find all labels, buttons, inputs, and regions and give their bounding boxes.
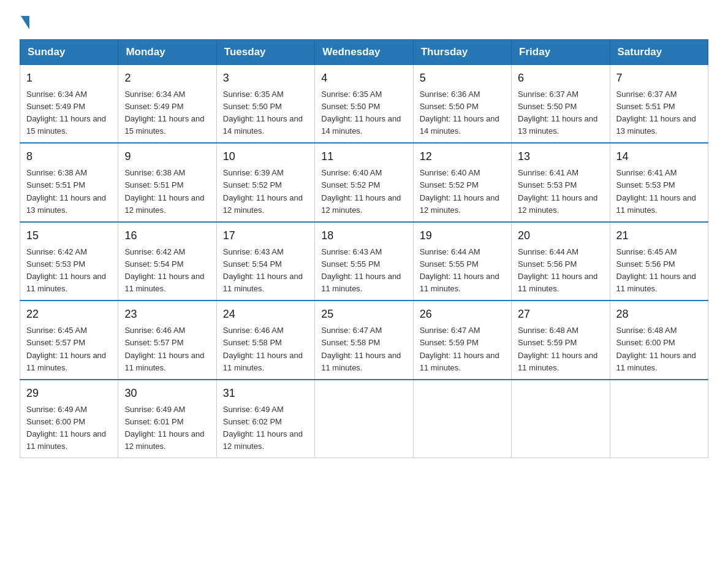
day-number: 18 <box>321 228 406 245</box>
day-info: Sunrise: 6:35 AMSunset: 5:50 PMDaylight:… <box>223 88 308 138</box>
calendar-cell: 22Sunrise: 6:45 AMSunset: 5:57 PMDayligh… <box>20 301 118 379</box>
day-number: 3 <box>223 70 308 87</box>
header-row: Sunday Monday Tuesday Wednesday Thursday… <box>20 40 708 65</box>
calendar-cell: 26Sunrise: 6:47 AMSunset: 5:59 PMDayligh… <box>413 301 511 379</box>
day-number: 26 <box>420 306 505 323</box>
calendar-cell: 15Sunrise: 6:42 AMSunset: 5:53 PMDayligh… <box>20 222 118 301</box>
calendar-cell: 28Sunrise: 6:48 AMSunset: 6:00 PMDayligh… <box>610 301 708 379</box>
col-monday: Monday <box>118 40 216 65</box>
logo <box>20 15 31 28</box>
calendar-cell: 7Sunrise: 6:37 AMSunset: 5:51 PMDaylight… <box>610 65 708 144</box>
week-row-2: 8Sunrise: 6:38 AMSunset: 5:51 PMDaylight… <box>20 143 708 221</box>
col-thursday: Thursday <box>413 40 511 65</box>
day-number: 1 <box>26 70 112 87</box>
calendar-cell: 10Sunrise: 6:39 AMSunset: 5:52 PMDayligh… <box>216 143 314 221</box>
day-number: 25 <box>321 306 406 323</box>
calendar-cell <box>315 380 413 458</box>
day-number: 27 <box>518 306 603 323</box>
day-info: Sunrise: 6:47 AMSunset: 5:58 PMDaylight:… <box>321 324 406 374</box>
col-wednesday: Wednesday <box>315 40 413 65</box>
calendar-cell: 19Sunrise: 6:44 AMSunset: 5:55 PMDayligh… <box>413 222 511 301</box>
day-number: 17 <box>223 228 308 245</box>
calendar-cell: 9Sunrise: 6:38 AMSunset: 5:51 PMDaylight… <box>118 143 216 221</box>
day-number: 9 <box>124 148 210 166</box>
day-info: Sunrise: 6:36 AMSunset: 5:50 PMDaylight:… <box>420 88 505 138</box>
day-number: 21 <box>616 228 702 245</box>
day-info: Sunrise: 6:49 AMSunset: 6:01 PMDaylight:… <box>124 404 210 453</box>
calendar-table: Sunday Monday Tuesday Wednesday Thursday… <box>20 39 708 458</box>
day-info: Sunrise: 6:40 AMSunset: 5:52 PMDaylight:… <box>420 167 505 216</box>
calendar-cell: 13Sunrise: 6:41 AMSunset: 5:53 PMDayligh… <box>512 143 610 221</box>
day-number: 12 <box>420 148 505 166</box>
day-number: 29 <box>26 385 112 402</box>
week-row-5: 29Sunrise: 6:49 AMSunset: 6:00 PMDayligh… <box>20 380 708 458</box>
day-info: Sunrise: 6:45 AMSunset: 5:57 PMDaylight:… <box>26 324 112 374</box>
day-number: 6 <box>518 70 603 87</box>
day-number: 20 <box>518 228 603 245</box>
day-number: 8 <box>26 148 112 166</box>
day-info: Sunrise: 6:38 AMSunset: 5:51 PMDaylight:… <box>26 167 112 216</box>
day-info: Sunrise: 6:34 AMSunset: 5:49 PMDaylight:… <box>26 88 112 138</box>
calendar-cell: 1Sunrise: 6:34 AMSunset: 5:49 PMDaylight… <box>20 65 118 144</box>
day-number: 11 <box>321 148 406 166</box>
day-number: 24 <box>223 306 308 323</box>
col-saturday: Saturday <box>610 40 708 65</box>
calendar-cell: 8Sunrise: 6:38 AMSunset: 5:51 PMDaylight… <box>20 143 118 221</box>
calendar-cell: 12Sunrise: 6:40 AMSunset: 5:52 PMDayligh… <box>413 143 511 221</box>
calendar-cell: 3Sunrise: 6:35 AMSunset: 5:50 PMDaylight… <box>216 65 314 144</box>
day-number: 23 <box>124 306 210 323</box>
day-info: Sunrise: 6:49 AMSunset: 6:02 PMDaylight:… <box>223 404 308 453</box>
calendar-cell: 14Sunrise: 6:41 AMSunset: 5:53 PMDayligh… <box>610 143 708 221</box>
page-header <box>20 15 708 28</box>
day-number: 7 <box>616 70 702 87</box>
day-number: 16 <box>124 228 210 245</box>
day-info: Sunrise: 6:45 AMSunset: 5:56 PMDaylight:… <box>616 246 702 296</box>
calendar-cell: 25Sunrise: 6:47 AMSunset: 5:58 PMDayligh… <box>315 301 413 379</box>
calendar-cell: 2Sunrise: 6:34 AMSunset: 5:49 PMDaylight… <box>118 65 216 144</box>
logo-area <box>20 15 31 28</box>
calendar-cell: 4Sunrise: 6:35 AMSunset: 5:50 PMDaylight… <box>315 65 413 144</box>
calendar-cell: 18Sunrise: 6:43 AMSunset: 5:55 PMDayligh… <box>315 222 413 301</box>
day-number: 22 <box>26 306 112 323</box>
day-number: 4 <box>321 70 406 87</box>
calendar-page: Sunday Monday Tuesday Wednesday Thursday… <box>0 0 728 473</box>
day-info: Sunrise: 6:42 AMSunset: 5:53 PMDaylight:… <box>26 246 112 296</box>
col-sunday: Sunday <box>20 40 118 65</box>
calendar-cell: 30Sunrise: 6:49 AMSunset: 6:01 PMDayligh… <box>118 380 216 458</box>
day-info: Sunrise: 6:34 AMSunset: 5:49 PMDaylight:… <box>124 88 210 138</box>
day-number: 14 <box>616 148 702 166</box>
day-info: Sunrise: 6:40 AMSunset: 5:52 PMDaylight:… <box>321 167 406 216</box>
calendar-cell: 27Sunrise: 6:48 AMSunset: 5:59 PMDayligh… <box>512 301 610 379</box>
calendar-cell: 31Sunrise: 6:49 AMSunset: 6:02 PMDayligh… <box>216 380 314 458</box>
day-number: 15 <box>26 228 112 245</box>
day-info: Sunrise: 6:47 AMSunset: 5:59 PMDaylight:… <box>420 324 505 374</box>
day-info: Sunrise: 6:46 AMSunset: 5:58 PMDaylight:… <box>223 324 308 374</box>
calendar-cell: 21Sunrise: 6:45 AMSunset: 5:56 PMDayligh… <box>610 222 708 301</box>
day-number: 13 <box>518 148 603 166</box>
day-info: Sunrise: 6:43 AMSunset: 5:54 PMDaylight:… <box>223 246 308 296</box>
calendar-cell: 20Sunrise: 6:44 AMSunset: 5:56 PMDayligh… <box>512 222 610 301</box>
day-info: Sunrise: 6:37 AMSunset: 5:51 PMDaylight:… <box>616 88 702 138</box>
day-info: Sunrise: 6:41 AMSunset: 5:53 PMDaylight:… <box>518 167 603 216</box>
day-number: 19 <box>420 228 505 245</box>
calendar-cell: 11Sunrise: 6:40 AMSunset: 5:52 PMDayligh… <box>315 143 413 221</box>
day-info: Sunrise: 6:38 AMSunset: 5:51 PMDaylight:… <box>124 167 210 216</box>
day-info: Sunrise: 6:41 AMSunset: 5:53 PMDaylight:… <box>616 167 702 216</box>
col-friday: Friday <box>512 40 610 65</box>
day-number: 5 <box>420 70 505 87</box>
week-row-4: 22Sunrise: 6:45 AMSunset: 5:57 PMDayligh… <box>20 301 708 379</box>
week-row-3: 15Sunrise: 6:42 AMSunset: 5:53 PMDayligh… <box>20 222 708 301</box>
day-info: Sunrise: 6:42 AMSunset: 5:54 PMDaylight:… <box>124 246 210 296</box>
day-info: Sunrise: 6:44 AMSunset: 5:55 PMDaylight:… <box>420 246 505 296</box>
day-info: Sunrise: 6:46 AMSunset: 5:57 PMDaylight:… <box>124 324 210 374</box>
calendar-cell: 29Sunrise: 6:49 AMSunset: 6:00 PMDayligh… <box>20 380 118 458</box>
day-info: Sunrise: 6:39 AMSunset: 5:52 PMDaylight:… <box>223 167 308 216</box>
day-number: 28 <box>616 306 702 323</box>
day-info: Sunrise: 6:37 AMSunset: 5:50 PMDaylight:… <box>518 88 603 138</box>
day-info: Sunrise: 6:48 AMSunset: 5:59 PMDaylight:… <box>518 324 603 374</box>
day-info: Sunrise: 6:43 AMSunset: 5:55 PMDaylight:… <box>321 246 406 296</box>
week-row-1: 1Sunrise: 6:34 AMSunset: 5:49 PMDaylight… <box>20 65 708 144</box>
calendar-cell: 24Sunrise: 6:46 AMSunset: 5:58 PMDayligh… <box>216 301 314 379</box>
calendar-cell <box>413 380 511 458</box>
calendar-cell: 5Sunrise: 6:36 AMSunset: 5:50 PMDaylight… <box>413 65 511 144</box>
